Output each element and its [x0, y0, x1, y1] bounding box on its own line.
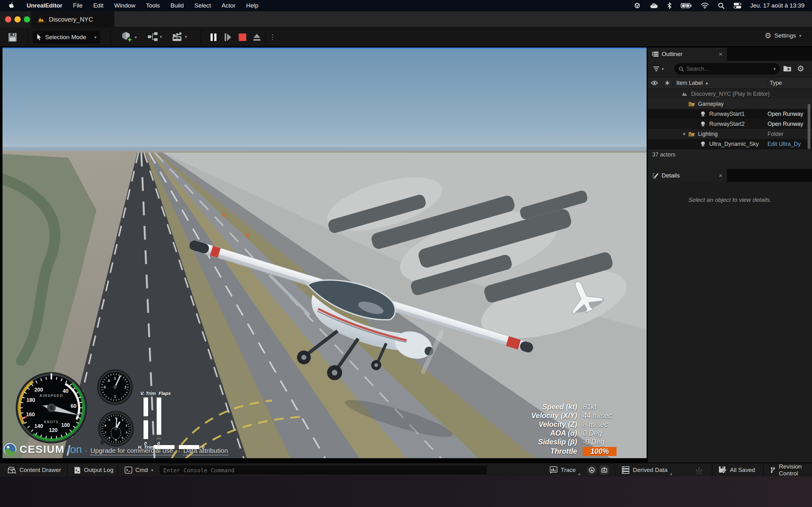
svg-text:3: 3 — [125, 431, 128, 434]
menu-clock[interactable]: Jeu. 17 août à 13:39 — [750, 2, 805, 9]
blueprints-button[interactable]: ▾ — [147, 31, 162, 42]
maximize-window-button[interactable] — [24, 16, 30, 22]
sideslip-label: Sideslip (β) — [538, 438, 577, 446]
outliner-scrollbar[interactable] — [808, 104, 810, 151]
game-viewport[interactable]: 40 60 100 120 140 160 180 200 AIRSPEED K… — [2, 48, 647, 458]
variometer-gauge: 0 .5 1 2 1 — [97, 369, 134, 406]
svg-text:1: 1 — [121, 418, 123, 421]
settings-label: Settings — [774, 32, 796, 39]
menu-app-name[interactable]: UnrealEditor — [21, 2, 68, 9]
settings-button[interactable]: ⚙ Settings ▾ — [765, 31, 801, 40]
tree-row-level[interactable]: Discovery_NYC (Play In Editor) — [648, 89, 812, 99]
v-trim-slider[interactable] — [144, 397, 148, 439]
actor-icon — [699, 111, 707, 117]
spotlight-search-icon[interactable] — [718, 2, 725, 9]
velocity-z-value: 8 m/sec — [583, 420, 630, 429]
upgrade-link[interactable]: Upgrade for commercial use. — [91, 447, 175, 455]
column-item-label[interactable]: Item Label ▲ — [673, 80, 766, 87]
tab-details[interactable]: Details × — [648, 169, 727, 182]
output-log-button[interactable]: Output Log — [74, 463, 113, 477]
close-icon[interactable]: × — [719, 51, 722, 58]
minimize-window-button[interactable] — [14, 16, 21, 22]
tree-row-runwaystart1[interactable]: RunwayStart1 Open Runway — [648, 109, 812, 119]
eject-button[interactable] — [251, 32, 262, 43]
trace-icon — [550, 466, 558, 474]
svg-text:8: 8 — [105, 424, 106, 427]
battery-charging-icon[interactable] — [681, 2, 692, 9]
actor-icon — [699, 121, 707, 127]
details-tab-label: Details — [662, 172, 680, 179]
ddc-grid-icon[interactable] — [695, 466, 703, 475]
aoa-value: 0 Deg — [583, 429, 630, 438]
column-type[interactable]: Type — [766, 80, 812, 87]
airspeed-gauge: 40 60 100 120 140 160 180 200 AIRSPEED K… — [14, 371, 88, 445]
level-tab[interactable]: Discovery_NYC — [31, 11, 114, 27]
tree-row-lighting-folder[interactable]: ▼ Lighting Folder — [648, 129, 812, 139]
menu-tools[interactable]: Tools — [141, 2, 165, 9]
speed-label: Speed (kt) — [542, 403, 577, 411]
all-saved-button[interactable]: All Saved — [719, 463, 755, 477]
close-icon[interactable]: × — [719, 172, 722, 179]
v-trim-handle[interactable] — [144, 416, 148, 420]
menu-edit[interactable]: Edit — [88, 2, 109, 9]
edit-ultra-dynamic-sky-link[interactable]: Edit Ultra_Dy — [767, 141, 801, 148]
svg-text:1: 1 — [114, 395, 116, 398]
selection-mode-dropdown[interactable]: Selection Mode ▾ — [33, 31, 100, 44]
data-attribution-link[interactable]: Data attribution — [183, 447, 228, 455]
add-actor-button[interactable]: ▾ — [121, 31, 137, 43]
expand-caret-icon[interactable]: ▼ — [680, 132, 688, 136]
pie-focus-highlight — [2, 48, 647, 49]
outliner-footer: 37 actors — [648, 149, 812, 160]
pinned-column-star-icon[interactable] — [661, 80, 673, 86]
tree-row-gameplay-folder[interactable]: Gameplay — [648, 99, 812, 109]
outliner-settings-gear-icon[interactable]: ⚙ — [797, 64, 804, 73]
control-center-icon[interactable] — [733, 2, 742, 9]
bluetooth-icon[interactable] — [667, 2, 672, 9]
search-input[interactable] — [687, 66, 771, 72]
visibility-column-eye-icon[interactable] — [648, 81, 661, 85]
menu-file[interactable]: File — [68, 2, 88, 9]
menu-help[interactable]: Help — [241, 2, 264, 9]
pause-button[interactable] — [208, 32, 219, 43]
close-window-button[interactable] — [5, 16, 11, 22]
flaps-handle[interactable] — [157, 435, 161, 439]
filter-button[interactable]: ▾ — [653, 66, 664, 72]
menu-actor[interactable]: Actor — [216, 2, 241, 9]
outliner-search[interactable]: ▾ — [674, 63, 780, 74]
open-runway-link[interactable]: Open Runway — [767, 121, 803, 127]
frame-skip-button[interactable] — [222, 32, 234, 43]
wifi-icon[interactable] — [701, 2, 709, 9]
svg-text:40: 40 — [63, 388, 68, 394]
cesium-brand: CESIUM — [19, 443, 64, 455]
console-command-bar[interactable] — [159, 465, 488, 475]
create-folder-button[interactable] — [783, 65, 791, 73]
stop-button[interactable] — [237, 32, 248, 43]
screenshot-trace-icon[interactable] — [600, 465, 609, 475]
menu-window[interactable]: Window — [109, 2, 141, 9]
content-drawer-button[interactable]: Content Drawer — [7, 463, 61, 477]
save-button[interactable] — [7, 32, 18, 43]
flaps-slider[interactable] — [157, 397, 161, 439]
tree-row-ultra-dynamic-sky[interactable]: Ultra_Dynamic_Sky Edit Ultra_Dy — [648, 139, 812, 149]
open-runway-link[interactable]: Open Runway — [767, 111, 803, 117]
tab-outliner[interactable]: Outliner × — [648, 48, 727, 61]
trace-button[interactable]: Trace — [550, 463, 576, 477]
play-options-menu[interactable]: ⋮ — [267, 32, 278, 43]
apple-menu-icon[interactable] — [8, 2, 14, 9]
tree-row-runwaystart2[interactable]: RunwayStart2 Open Runway — [648, 119, 812, 129]
search-options-chevron-icon[interactable]: ▾ — [773, 66, 776, 71]
svg-text:140: 140 — [35, 423, 43, 429]
derived-data-button[interactable]: Derived Data — [621, 463, 668, 477]
unity-icon[interactable] — [634, 2, 641, 9]
svg-text:.5: .5 — [107, 379, 110, 383]
revision-control-button[interactable]: Revision Control — [770, 463, 812, 477]
menu-build[interactable]: Build — [165, 2, 189, 9]
menu-select[interactable]: Select — [189, 2, 216, 9]
console-command-input[interactable] — [163, 467, 484, 473]
actor-count: 37 actors — [652, 152, 675, 158]
onedrive-cloud-icon[interactable] — [649, 2, 658, 9]
cinematics-button[interactable]: ▾ — [172, 31, 187, 42]
insights-session-icon[interactable] — [587, 465, 597, 475]
cmd-dropdown[interactable]: Cmd ▾ — [125, 463, 153, 477]
folder-icon — [688, 131, 696, 137]
